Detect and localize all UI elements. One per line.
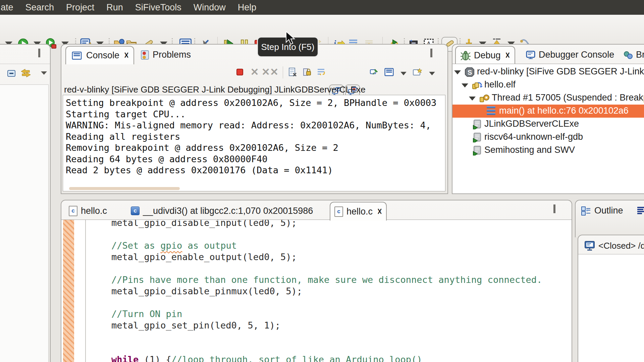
tab-debug[interactable]: Debug ☓ (455, 46, 515, 64)
code-area[interactable]: metal_gpio_disable_input(led0, 5);//Set … (87, 220, 572, 362)
link-with-editor-icon[interactable] (20, 68, 32, 79)
tree-expand-icon[interactable] (462, 83, 468, 87)
remove-all-terminated-icon[interactable]: ✕✕ (263, 66, 277, 78)
code-line: metal_gpio_disable_pinmux(led0, 5); (87, 286, 572, 297)
console-toolbar-separator (283, 66, 283, 78)
code-segment: //Set as (111, 240, 160, 251)
svg-text:S: S (468, 69, 472, 76)
close-icon[interactable]: ☓ (124, 50, 129, 61)
menu-item-window[interactable]: Window (187, 2, 232, 13)
editor-tab-udivdi3[interactable]: c __udivdi3() at libgcc2.c:1,070 0x20015… (127, 202, 317, 220)
debugger-console-icon (526, 51, 535, 59)
process-icon (472, 132, 482, 142)
debug-tree-row[interactable]: JLinkGDBServerCLExe (452, 118, 644, 131)
close-icon[interactable]: ☓ (377, 206, 382, 217)
menu-item-run[interactable]: Run (100, 2, 129, 13)
maximize-icon[interactable] (430, 51, 438, 57)
code-segment: metal_gpio_disable_pinmux(led0, 5); (111, 286, 302, 296)
console-line: Setting breakpoint @ address 0x200102A6,… (66, 97, 442, 109)
word-wrap-icon[interactable] (316, 66, 327, 78)
collapse-all-icon[interactable] (7, 69, 16, 79)
display-selected-console-icon[interactable] (383, 66, 395, 78)
tree-expand-icon[interactable] (454, 70, 461, 74)
close-icon[interactable]: ☓ (505, 50, 510, 61)
project-explorer-toolbar (0, 64, 50, 84)
menu-item-navigate[interactable]: ate (0, 2, 19, 13)
console-tabrow: Console ☓ Problems (61, 45, 447, 64)
code-line: //Turn ON pin (87, 308, 572, 320)
console-line: Starting target CPU... (66, 109, 442, 120)
tree-expand-icon[interactable] (469, 97, 476, 101)
menu-item-help[interactable]: Help (232, 2, 263, 13)
code-segment: metal_gpio_disable_input(led0, 5); (111, 220, 297, 228)
terminal-content[interactable] (578, 254, 644, 362)
debug-tree-row[interactable]: riscv64-unknown-elf-gdb (452, 131, 644, 144)
debug-tree-row[interactable]: hello.elf (452, 78, 644, 92)
code-line (87, 331, 572, 343)
tab-problems-label: Problems (153, 50, 191, 60)
maximize-icon[interactable] (553, 206, 561, 213)
tab-outline[interactable]: Outline (576, 202, 628, 220)
clear-console-icon[interactable] (287, 66, 298, 78)
console-icon (72, 52, 82, 60)
maximize-icon[interactable] (38, 51, 46, 57)
remove-launch-icon[interactable]: ✕ (249, 66, 260, 78)
tab-problems[interactable]: Problems (136, 46, 196, 64)
project-explorer-content[interactable] (0, 84, 49, 362)
code-line: while (1) {//loop through, sort of like … (87, 354, 572, 362)
code-segment: , sort of like an Arduino loop() (248, 354, 422, 362)
display-console-dropdown-icon[interactable] (398, 68, 409, 79)
minimize-icon[interactable] (538, 208, 546, 215)
tab-terminal[interactable]: <Closed> /de (580, 237, 644, 254)
console-output[interactable]: Setting breakpoint @ address 0x200102A6,… (63, 95, 445, 191)
code-line: metal_gpio_disable_input(led0, 5); (87, 220, 572, 229)
open-console-icon[interactable] (412, 66, 423, 78)
debug-tree-row[interactable]: Sred-v-blinky [SiFive GDB SEGGER J-Link … (452, 65, 644, 78)
terminate-console-icon[interactable] (234, 66, 246, 78)
debug-tree-row[interactable]: main() at hello.c:76 0x200102a6 (452, 105, 644, 118)
breakpoints-icon (623, 51, 633, 59)
tab-breakpoints[interactable]: Bre (619, 46, 644, 64)
debug-tabrow: Debug ☓ Debugger Console Bre (452, 45, 644, 64)
menu-item-sifivetools[interactable]: SiFiveTools (129, 2, 187, 13)
menu-item-project[interactable]: Project (60, 2, 100, 13)
editor-tab-hello-c-active[interactable]: c hello.c ☓ (330, 202, 387, 221)
pin-console-icon[interactable] (368, 66, 380, 78)
code-segment: //Pins have more than one function, make… (111, 275, 542, 285)
horizontal-scrollbar-thumb[interactable] (69, 187, 180, 190)
console-line: Removing breakpoint @ address 0x200102A6… (66, 142, 442, 154)
console-line: Reading 64 bytes @ address 0x80000F40 (66, 154, 442, 165)
segger-launch-icon: S (465, 67, 475, 77)
minimize-icon[interactable] (24, 52, 32, 59)
console-toolbar: ✕ ✕✕ (61, 64, 447, 84)
elf-target-icon (472, 80, 482, 90)
code-segment: metal_gpio_set_pin(led0, 5, 1); (111, 320, 280, 330)
code-line (87, 263, 572, 274)
console-process-title: red-v-blinky [SiFive GDB SEGGER J-Link D… (64, 84, 366, 95)
menu-item-search[interactable]: Search (19, 2, 60, 13)
view-menu-icon[interactable] (41, 71, 47, 75)
scroll-lock-icon[interactable] (301, 66, 313, 78)
debug-tree-row[interactable]: Thread #1 57005 (Suspended : Breakp (452, 92, 644, 105)
c-source-icon: c (131, 206, 140, 215)
console-panel: Console ☓ Problems ✕ ✕✕ (61, 44, 448, 194)
editor-tab-label: hello.c (346, 206, 373, 217)
tree-row-label: Semihosting and SWV (484, 145, 575, 155)
tab-debugger-console[interactable]: Debugger Console (521, 46, 619, 64)
minimize-icon[interactable] (415, 52, 423, 59)
code-line (87, 297, 572, 308)
debug-panel: Debug ☓ Debugger Console Bre Sred-v-blin… (452, 44, 644, 194)
tab-console[interactable]: Console ☓ (65, 46, 134, 64)
problems-icon (141, 50, 149, 60)
open-console-dropdown-icon[interactable] (426, 68, 438, 79)
debug-tree[interactable]: Sred-v-blinky [SiFive GDB SEGGER J-Link … (452, 64, 644, 194)
editor-tab-hello-c[interactable]: c hello.c (65, 202, 111, 220)
menu-bar: ate Search Project Run SiFiveTools Windo… (0, 0, 644, 15)
console-line: Read 2 bytes @ address 0x20010176 (Data … (66, 165, 442, 176)
editor-panel: c hello.c c __udivdi3() at libgcc2.c:1,0… (61, 200, 572, 362)
debug-tree-row[interactable]: Semihosting and SWV (452, 144, 644, 157)
process-icon (472, 145, 482, 156)
editor-content[interactable]: metal_gpio_disable_input(led0, 5);//Set … (61, 220, 572, 362)
tab-view-secondary[interactable] (632, 202, 644, 220)
annotation-ruler[interactable] (63, 220, 74, 362)
